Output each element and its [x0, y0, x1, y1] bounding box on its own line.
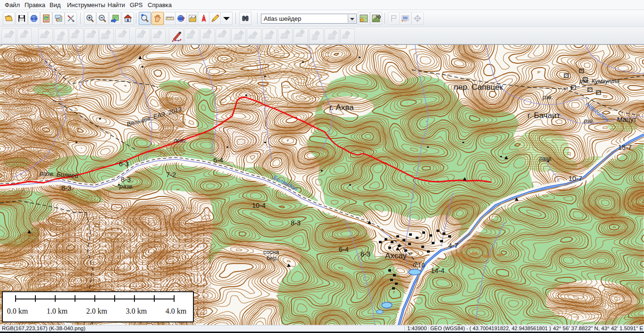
svg-text:4.0 km: 4.0 km [166, 307, 187, 315]
svg-text:?: ? [182, 16, 185, 22]
svg-text:разв.: разв. [539, 155, 552, 162]
svg-text:6-4: 6-4 [339, 246, 349, 253]
svg-text:г. Бачаит: г. Бачаит [527, 111, 560, 120]
svg-text:8-3: 8-3 [121, 176, 131, 183]
svg-text:6-3: 6-3 [360, 250, 370, 258]
svg-text:сосна: сосна [263, 249, 279, 256]
svg-text:8-3: 8-3 [61, 184, 71, 192]
svg-text:Ахсау ": Ахсау " [385, 251, 412, 260]
svg-text:3D: 3D [376, 15, 381, 19]
svg-text:6-3: 6-3 [119, 160, 129, 168]
svg-text:8-3: 8-3 [291, 219, 301, 227]
svg-text:3.0 km: 3.0 km [126, 307, 147, 315]
svg-text:2.0 km: 2.0 km [86, 307, 108, 315]
svg-text:г. Ахва: г. Ахва [329, 103, 354, 112]
svg-text:0.0 km: 0.0 km [7, 307, 28, 315]
svg-text:разв.: разв. [119, 183, 134, 190]
svg-text:пер. Сапвцек: пер. Сапвцек [454, 83, 503, 92]
svg-text:0 10: 0 10 [413, 262, 425, 269]
svg-text:4-7: 4-7 [448, 242, 458, 249]
svg-text:бер.: бер. [267, 255, 278, 262]
svg-text:14-4: 14-4 [431, 267, 444, 274]
svg-text:10-4: 10-4 [252, 202, 266, 209]
svg-text:7-2: 7-2 [166, 171, 176, 179]
svg-text:лет.: лет. [173, 137, 187, 144]
svg-text:Мацут: Мацут [617, 116, 637, 123]
svg-text:1.0 km: 1.0 km [47, 307, 68, 315]
svg-text:6-4: 6-4 [213, 156, 223, 164]
svg-text:рзв.: рзв. [584, 118, 594, 124]
svg-text:15-7: 15-7 [618, 144, 632, 151]
svg-text:рзв.: рзв. [542, 94, 553, 101]
svg-text:10-7: 10-7 [569, 175, 582, 182]
svg-text:рзв. Кумаулта: рзв. Кумаулта [579, 78, 619, 85]
